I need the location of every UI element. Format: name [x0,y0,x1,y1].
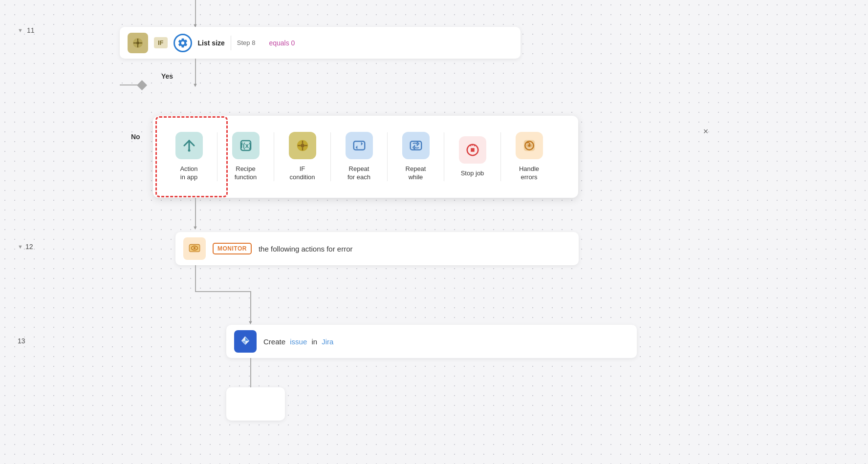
jira-in-text: in [311,337,317,346]
connector-if-arrow: ▼ [193,82,198,88]
stop-job-label: Stop job [461,169,484,178]
step-11-label: ▼ 11 [18,26,34,34]
recipe-function-label: Recipefunction [235,165,257,182]
if-block[interactable]: IF List size Step 8 equals 0 [120,27,521,59]
svg-text:f(x): f(x) [240,142,251,149]
action-palette: Actionin app f(x) Recipefunction [153,116,578,198]
repeat-for-each-label: Repeatfor each [347,165,370,182]
handle-errors-label: Handleerrors [519,165,539,182]
stop-job-icon [465,143,480,157]
monitor-icon-box [183,237,206,260]
recipe-function-icon: f(x) [239,138,253,153]
palette-item-stop-job[interactable]: Stop job [444,125,500,189]
palette-item-repeat-while[interactable]: Repeatwhile [388,125,444,189]
connector-monitor-down [195,265,196,292]
repeat-while-label: Repeatwhile [406,165,426,182]
action-in-app-icon [182,138,196,153]
palette-item-recipe-function[interactable]: f(x) Recipefunction [217,125,274,189]
decision-icon [132,37,144,49]
step-12-arrow: ▼ [18,244,23,250]
palette-item-handle-errors[interactable]: Handleerrors [501,125,557,189]
repeat-while-icon [409,138,423,153]
step-12-number: 12 [25,243,33,251]
step-ref: Step 8 [237,39,256,46]
action-in-app-label: Actionin app [180,165,197,182]
stop-job-icon-box [459,136,486,164]
condition-text: equals 0 [269,39,295,47]
connector-palette-arrow: ▼ [193,225,198,231]
handle-errors-icon [522,138,537,153]
jira-block[interactable]: Create issue in Jira [226,325,637,358]
settings-icon-circle [174,34,192,52]
connector-h1 [195,291,251,292]
step-11-number: 11 [27,26,35,34]
connector-palette-down [195,198,196,228]
monitor-icon [188,242,201,255]
if-condition-icon-box [289,132,316,159]
jira-issue-link[interactable]: issue [290,337,307,346]
repeat-for-each-icon-box [346,132,373,159]
no-label: No [131,133,140,141]
monitor-block[interactable]: MONITOR the following actions for error [175,232,579,265]
step-12-label: ▼ 12 [18,243,33,251]
monitor-badge: MONITOR [213,243,252,254]
step-11-arrow: ▼ [18,27,23,33]
step-13-label: 13 [18,337,25,345]
gear-icon [177,38,188,48]
palette-close-button[interactable]: × [699,125,713,138]
monitor-text: the following actions for error [259,245,353,253]
jira-icon [239,335,252,348]
palette-item-action-in-app[interactable]: Actionin app [161,125,217,189]
repeat-for-each-icon [352,138,367,153]
svg-point-28 [194,247,195,249]
palette-item-if-condition[interactable]: IFcondition [274,125,330,189]
if-condition-icon [295,138,310,153]
connector-if-down [195,59,196,85]
bottom-placeholder-block [226,387,285,421]
svg-point-8 [188,149,190,152]
decision-icon-box [128,33,148,53]
jira-text-before: Create issue in Jira [263,337,333,346]
list-size-label: List size [198,39,225,47]
yes-label: Yes [161,72,173,80]
jira-create-text: Create [263,337,285,346]
svg-rect-17 [410,141,421,150]
if-condition-label: IFcondition [289,165,315,182]
divider-1 [231,36,231,50]
repeat-while-icon-box [402,132,430,159]
if-badge: IF [154,37,168,48]
connector-jira-down [250,358,251,388]
jira-icon-box [234,330,257,353]
handle-errors-icon-box [516,132,543,159]
connector-v3 [250,291,251,323]
jira-app-link[interactable]: Jira [322,337,333,346]
close-icon: × [703,127,709,137]
no-branch-line [120,84,140,85]
recipe-function-icon-box: f(x) [232,132,260,159]
svg-rect-16 [353,141,365,150]
palette-item-repeat-for-each[interactable]: Repeatfor each [331,125,387,189]
action-in-app-icon-box [175,132,203,159]
